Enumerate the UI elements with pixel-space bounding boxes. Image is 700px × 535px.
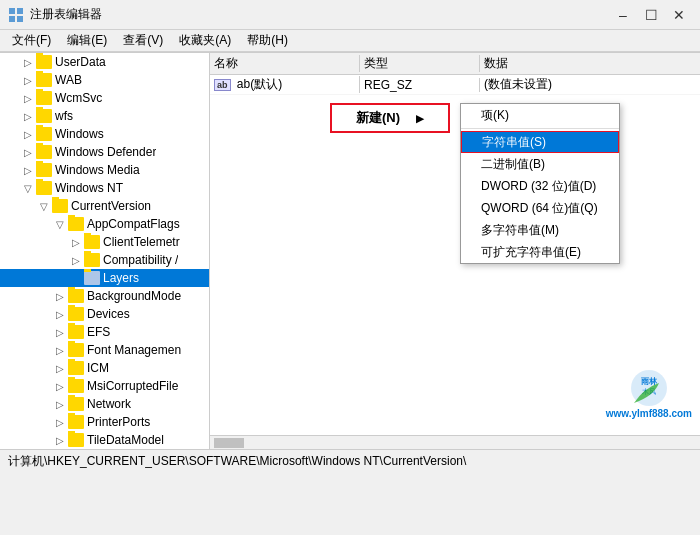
folder-icon <box>68 433 84 447</box>
submenu-item-5[interactable]: 多字符串值(M) <box>461 219 619 241</box>
tree-item-windows[interactable]: ▷ Windows <box>0 125 209 143</box>
tree-item-userdata[interactable]: ▷ UserData <box>0 53 209 71</box>
tree-label: CurrentVersion <box>71 199 151 213</box>
folder-icon <box>36 145 52 159</box>
tree-item-compatibility[interactable]: ▷ Compatibility / <box>0 251 209 269</box>
expand-icon: ▷ <box>52 324 68 340</box>
tree-label: Windows <box>55 127 104 141</box>
tree-item-network[interactable]: ▷ Network <box>0 395 209 413</box>
tree-item-client-telemetr[interactable]: ▷ ClientTelemetr <box>0 233 209 251</box>
table-row[interactable]: ab ab(默认) REG_SZ (数值未设置) <box>210 75 700 95</box>
folder-icon <box>68 325 84 339</box>
expand-icon: ▷ <box>20 90 36 106</box>
menu-view[interactable]: 查看(V) <box>115 30 171 51</box>
tree-label: Network <box>87 397 131 411</box>
app-icon <box>8 7 24 23</box>
tree-item-layers[interactable]: Layers <box>0 269 209 287</box>
folder-icon <box>68 361 84 375</box>
tree-label: EFS <box>87 325 110 339</box>
folder-icon <box>36 181 52 195</box>
tree-item-devices[interactable]: ▷ Devices <box>0 305 209 323</box>
submenu-item-0[interactable]: 项(K) <box>461 104 619 126</box>
status-text: 计算机\HKEY_CURRENT_USER\SOFTWARE\Microsoft… <box>8 453 466 470</box>
tree-item-font-mgmt[interactable]: ▷ Font Managemen <box>0 341 209 359</box>
tree-pane[interactable]: ▷ UserData ▷ WAB ▷ WcmSvc ▷ wfs ▷ Window… <box>0 53 210 449</box>
tree-item-current-version[interactable]: ▽ CurrentVersion <box>0 197 209 215</box>
expand-icon: ▷ <box>52 306 68 322</box>
expand-icon: ▷ <box>20 144 36 160</box>
folder-icon <box>36 73 52 87</box>
col-header-type: 类型 <box>360 55 480 72</box>
tree-label: ICM <box>87 361 109 375</box>
tree-item-printerports[interactable]: ▷ PrinterPorts <box>0 413 209 431</box>
watermark-logo-svg: 雨林 木风 <box>624 368 674 408</box>
status-bar: 计算机\HKEY_CURRENT_USER\SOFTWARE\Microsoft… <box>0 449 700 473</box>
tree-item-wab[interactable]: ▷ WAB <box>0 71 209 89</box>
folder-icon <box>84 271 100 285</box>
tree-item-tiledatamodel[interactable]: ▷ TileDataModel <box>0 431 209 449</box>
tree-item-icm[interactable]: ▷ ICM <box>0 359 209 377</box>
folder-icon <box>36 55 52 69</box>
tree-item-efs[interactable]: ▷ EFS <box>0 323 209 341</box>
cell-type: REG_SZ <box>360 78 480 92</box>
folder-icon <box>68 217 84 231</box>
expand-icon: ▷ <box>20 72 36 88</box>
submenu-separator <box>461 128 619 129</box>
right-pane: 名称 类型 数据 ab ab(默认) REG_SZ (数值未设置) 新建(N) … <box>210 53 700 449</box>
col-header-data: 数据 <box>480 55 700 72</box>
svg-rect-3 <box>17 16 23 22</box>
tree-item-windows-nt[interactable]: ▽ Windows NT <box>0 179 209 197</box>
menu-help[interactable]: 帮助(H) <box>239 30 296 51</box>
maximize-button[interactable]: ☐ <box>638 5 664 25</box>
tree-item-windows-defender[interactable]: ▷ Windows Defender <box>0 143 209 161</box>
tree-item-appcompat[interactable]: ▽ AppCompatFlags <box>0 215 209 233</box>
menu-favorites[interactable]: 收藏夹(A) <box>171 30 239 51</box>
expand-icon: ▷ <box>52 288 68 304</box>
tree-label: MsiCorruptedFile <box>87 379 178 393</box>
scrollbar-thumb[interactable] <box>214 438 244 448</box>
tree-label: AppCompatFlags <box>87 217 180 231</box>
folder-icon <box>68 307 84 321</box>
submenu-item-4[interactable]: QWORD (64 位)值(Q) <box>461 197 619 219</box>
folder-icon <box>36 163 52 177</box>
new-button[interactable]: 新建(N) ▶ <box>330 103 450 133</box>
content-area: ▷ UserData ▷ WAB ▷ WcmSvc ▷ wfs ▷ Window… <box>0 52 700 449</box>
tree-label: wfs <box>55 109 73 123</box>
tree-label: WAB <box>55 73 82 87</box>
folder-icon <box>52 199 68 213</box>
submenu-item-3[interactable]: DWORD (32 位)值(D) <box>461 175 619 197</box>
close-button[interactable]: ✕ <box>666 5 692 25</box>
title-bar-left: 注册表编辑器 <box>8 6 102 23</box>
watermark-url: www.ylmf888.com <box>606 408 692 419</box>
svg-rect-0 <box>9 8 15 14</box>
minimize-button[interactable]: – <box>610 5 636 25</box>
expand-icon <box>68 270 84 286</box>
tree-label: Compatibility / <box>103 253 178 267</box>
tree-label: ClientTelemetr <box>103 235 180 249</box>
tree-item-windows-media[interactable]: ▷ Windows Media <box>0 161 209 179</box>
folder-icon <box>68 343 84 357</box>
tree-item-msicorrupt[interactable]: ▷ MsiCorruptedFile <box>0 377 209 395</box>
submenu-item-2[interactable]: 二进制值(B) <box>461 153 619 175</box>
expand-icon: ▷ <box>52 414 68 430</box>
svg-rect-1 <box>17 8 23 14</box>
expand-icon: ▽ <box>52 216 68 232</box>
window-controls[interactable]: – ☐ ✕ <box>610 5 692 25</box>
tree-item-wcmsvc[interactable]: ▷ WcmSvc <box>0 89 209 107</box>
tree-label: Windows Media <box>55 163 140 177</box>
tree-item-bgmode[interactable]: ▷ BackgroundMode <box>0 287 209 305</box>
folder-icon <box>68 289 84 303</box>
expand-icon: ▷ <box>52 378 68 394</box>
submenu-item-6[interactable]: 可扩充字符串值(E) <box>461 241 619 263</box>
tree-item-wfs[interactable]: ▷ wfs <box>0 107 209 125</box>
expand-icon: ▷ <box>20 162 36 178</box>
svg-rect-2 <box>9 16 15 22</box>
submenu-item-1[interactable]: 字符串值(S) <box>461 131 619 153</box>
folder-icon <box>36 127 52 141</box>
window-title: 注册表编辑器 <box>30 6 102 23</box>
expand-icon: ▷ <box>20 54 36 70</box>
menu-file[interactable]: 文件(F) <box>4 30 59 51</box>
h-scrollbar[interactable] <box>210 435 700 449</box>
menu-edit[interactable]: 编辑(E) <box>59 30 115 51</box>
submenu: 项(K) 字符串值(S) 二进制值(B) DWORD (32 位)值(D) QW… <box>460 103 620 264</box>
